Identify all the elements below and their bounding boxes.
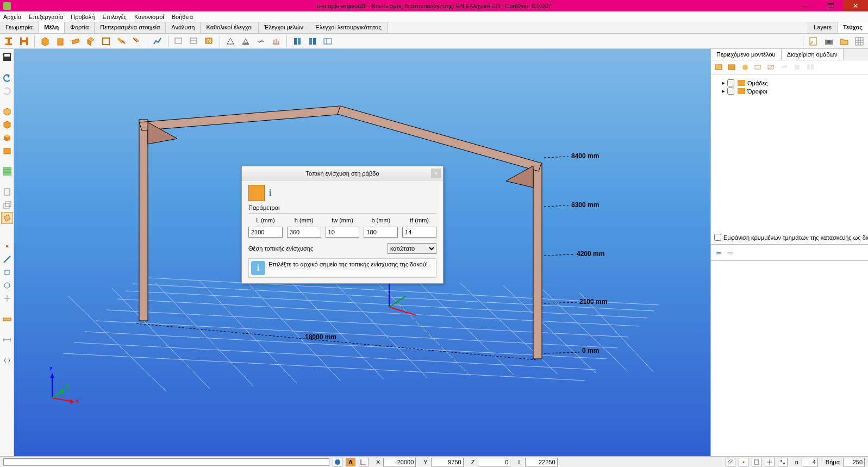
- tool-support3-icon[interactable]: [254, 35, 267, 48]
- redo-icon[interactable]: [1, 85, 13, 97]
- menu-edit[interactable]: Επεξεργασία: [29, 14, 63, 20]
- tool-support4-icon[interactable]: [270, 35, 283, 48]
- right-tab-report[interactable]: Τεύχος: [837, 22, 868, 33]
- measure-icon[interactable]: [1, 313, 13, 325]
- show-hidden-checkbox[interactable]: [714, 234, 721, 241]
- tool-grid-icon[interactable]: [853, 35, 866, 48]
- dialog-close-button[interactable]: ×: [431, 169, 441, 178]
- cube3-icon[interactable]: [1, 132, 13, 144]
- dim-icon[interactable]: [1, 334, 13, 346]
- input-n[interactable]: [802, 458, 818, 466]
- rp-icon-7[interactable]: [792, 63, 802, 72]
- tool-box2-icon[interactable]: [54, 35, 67, 48]
- rtab-group-mgmt[interactable]: Διαχείριση ομάδων: [782, 49, 844, 60]
- snap-icon-3[interactable]: [752, 458, 761, 466]
- info-icon[interactable]: i: [269, 188, 271, 198]
- tool-flag1-icon[interactable]: [172, 35, 185, 48]
- input-h[interactable]: [287, 227, 321, 238]
- rp-icon-1[interactable]: [714, 63, 724, 72]
- cube4-icon[interactable]: [1, 145, 13, 157]
- tool-support1-icon[interactable]: [224, 35, 237, 48]
- snap2-icon[interactable]: [1, 279, 13, 291]
- tool-link1-icon[interactable]: [291, 35, 304, 48]
- brackets-icon[interactable]: [1, 354, 13, 366]
- tool-bolt2-icon[interactable]: [130, 35, 143, 48]
- tool-box3-icon[interactable]: [84, 35, 97, 48]
- nav-back-icon[interactable]: ⇦: [714, 248, 723, 257]
- input-Z[interactable]: [478, 458, 510, 466]
- tool-bolt-icon[interactable]: [115, 35, 128, 48]
- tool-flag3-icon[interactable]: N: [203, 35, 216, 48]
- menu-view[interactable]: Προβολή: [71, 14, 95, 20]
- viewport-3d[interactable]: 8400 mm 6300 mm 4200 mm 2100 mm 0 mm 180…: [14, 49, 710, 456]
- rtab-model-content[interactable]: Περιεχόμενο μοντέλου: [711, 49, 782, 60]
- status-globe-icon[interactable]: [333, 458, 342, 466]
- tab-geometry[interactable]: Γεωμετρία: [0, 22, 39, 33]
- undo-icon[interactable]: [1, 72, 13, 84]
- maximize-button[interactable]: 🗖: [818, 0, 843, 11]
- rp-icon-2[interactable]: [727, 63, 737, 72]
- dialog-titlebar[interactable]: Τοπική ενίσχυση στη ράβδο ×: [242, 166, 443, 180]
- input-step[interactable]: [843, 458, 865, 466]
- tool-folder-icon[interactable]: [838, 35, 851, 48]
- save-icon[interactable]: [1, 51, 13, 63]
- input-X[interactable]: [383, 458, 416, 466]
- input-L[interactable]: [248, 227, 283, 238]
- tool-plate-icon[interactable]: [69, 35, 82, 48]
- snap-icon-4[interactable]: [765, 458, 775, 466]
- tool-note-icon[interactable]: [807, 35, 820, 48]
- tool-camera-icon[interactable]: [822, 35, 835, 48]
- snap3-icon[interactable]: [1, 292, 13, 304]
- input-tf[interactable]: [402, 227, 436, 238]
- haunch-mode-icon[interactable]: [248, 185, 265, 201]
- snap-icon-1[interactable]: [726, 458, 735, 466]
- tab-loads[interactable]: Φορτία: [65, 22, 95, 33]
- tool-frame-icon[interactable]: [99, 35, 113, 48]
- tool-section-h-icon[interactable]: [17, 35, 30, 48]
- point-icon[interactable]: [1, 240, 13, 252]
- snap1-icon[interactable]: [1, 266, 13, 278]
- snap-icon-5[interactable]: [778, 458, 788, 466]
- rp-icon-4[interactable]: [753, 63, 763, 72]
- tool-box-icon[interactable]: [39, 35, 52, 48]
- input-b[interactable]: [364, 227, 398, 238]
- tree-groups-checkbox[interactable]: [727, 79, 734, 86]
- tab-members[interactable]: Μέλη: [39, 22, 65, 33]
- tab-finite-elements[interactable]: Πεπερασμένα στοιχεία: [95, 22, 166, 33]
- rp-icon-3[interactable]: [740, 63, 750, 72]
- tool-chart-icon[interactable]: [151, 35, 164, 48]
- position-select[interactable]: κατώτατο: [388, 243, 436, 254]
- status-axis-icon[interactable]: [359, 458, 369, 466]
- rp-icon-5[interactable]: [766, 63, 776, 72]
- minimize-button[interactable]: —: [793, 0, 818, 11]
- input-tw[interactable]: [326, 227, 360, 238]
- line-icon[interactable]: [1, 253, 13, 265]
- tree-groups[interactable]: ▸ Ομάδες: [722, 79, 863, 86]
- tool-link2-icon[interactable]: [306, 35, 319, 48]
- tool-flag2-icon[interactable]: [188, 35, 201, 48]
- tab-serviceability[interactable]: Έλεγχοι λειτουργικότητας: [309, 22, 388, 33]
- input-Y[interactable]: [431, 458, 464, 466]
- sheet3-icon[interactable]: [1, 212, 13, 224]
- snap-icon-2[interactable]: [739, 458, 748, 466]
- tool-section-i-icon[interactable]: [2, 35, 15, 48]
- menu-help[interactable]: Βοήθεια: [172, 14, 193, 20]
- tab-global-checks[interactable]: Καθολικοί έλεγχοι: [201, 22, 258, 33]
- close-button[interactable]: ✕: [843, 0, 868, 11]
- status-A-button[interactable]: A: [346, 458, 355, 466]
- sheet2-icon[interactable]: [1, 199, 13, 211]
- cube2-icon[interactable]: [1, 119, 13, 130]
- menu-options[interactable]: Επιλογές: [102, 14, 127, 20]
- menu-file[interactable]: Αρχείο: [3, 14, 21, 20]
- sheet1-icon[interactable]: [1, 186, 13, 198]
- menu-regulations[interactable]: Κανονισμοί: [134, 14, 164, 20]
- nav-forward-icon[interactable]: ⇨: [726, 248, 735, 257]
- input-L-status[interactable]: [525, 458, 558, 466]
- tool-support2-icon[interactable]: [239, 35, 252, 48]
- tree-stories-checkbox[interactable]: [727, 88, 734, 95]
- tree-stories[interactable]: ▸ Όροφοι: [722, 88, 863, 95]
- tool-link3-icon[interactable]: [321, 35, 334, 48]
- grid-tool-icon[interactable]: [1, 165, 13, 177]
- right-tab-layers[interactable]: Layers: [808, 22, 837, 33]
- rp-icon-8[interactable]: [805, 63, 815, 72]
